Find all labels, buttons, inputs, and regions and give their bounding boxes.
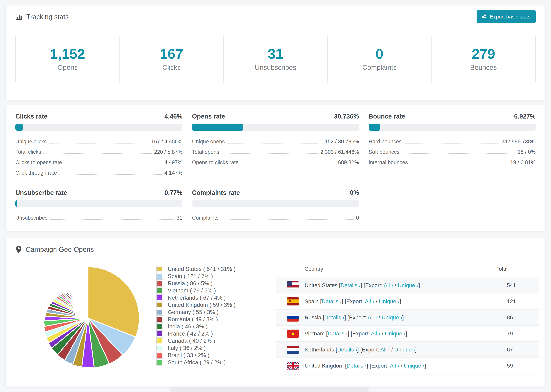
country-cell: Vietnam [Details ›] [Export: All › / Uni… (304, 330, 496, 337)
legend-label: United Kingdom ( 59 / 3% ) (168, 302, 235, 308)
legend-swatch (156, 352, 163, 359)
stat-value: 167 (120, 47, 224, 61)
stats-summary-strip: 1,152 Opens 167 Clicks 31 Unsubscribes 0… (15, 35, 536, 83)
country-flag-icon (287, 281, 299, 289)
country-cell: United States [Details ›] [Export: All ›… (304, 282, 496, 288)
stat-card: 31 Unsubscribes (223, 36, 327, 83)
complaints-rate-value: 0% (350, 189, 359, 196)
dotted-leader (410, 164, 508, 164)
unsubscribe-rate-fill (15, 200, 17, 207)
export-all-link[interactable]: All › (384, 282, 393, 288)
horizontal-scrollbar-thumb[interactable] (171, 387, 368, 392)
tracking-stats-title: Tracking stats (26, 13, 69, 21)
country-flag-icon (287, 297, 299, 305)
dotted-leader (64, 164, 159, 164)
clicks-rate-bar (15, 124, 182, 131)
legend-swatch (156, 337, 163, 344)
rate-detail-row: Total clicks 220 / 5.87% (15, 147, 182, 157)
export-all-link[interactable]: All › (371, 330, 380, 336)
export-unique-link[interactable]: Unique › (395, 347, 415, 353)
rate-detail-row: Unsubscribes 31 (15, 213, 182, 223)
legend-item: Russia ( 86 / 5% ) (156, 280, 276, 287)
legend-item: India ( 46 / 3% ) (156, 323, 276, 330)
opens-rate-title: Opens rate (192, 113, 225, 120)
opens-rate-block: Opens rate 30.736% Unique opens 1,152 / … (192, 113, 359, 178)
rate-detail-row: Complaints 0 (192, 213, 359, 223)
rate-detail-row: Unique clicks 167 / 4.456% (15, 136, 182, 147)
complaints-rate-bar (192, 200, 359, 207)
complaints-rate-block: Complaints rate 0% Complaints 0 (192, 189, 359, 223)
geo-title-row: Campaign Geo Opens (15, 245, 94, 253)
bounce-rate-block: Bounce rate 6.927% Hard bounces 242 / 86… (369, 113, 536, 178)
legend-swatch (156, 294, 163, 301)
legend-item: Germany ( 55 / 3% ) (156, 308, 276, 316)
legend-swatch (156, 316, 163, 323)
legend-item: Netherlands ( 67 / 4% ) (156, 294, 276, 301)
unsubscribe-rate-value: 0.77% (164, 189, 182, 196)
legend-label: Italy ( 36 / 2% ) (168, 345, 206, 351)
stat-label: Complaints (328, 64, 431, 71)
details-link[interactable]: Details › (322, 298, 342, 304)
country-cell: Netherlands [Details ›] [Export: All › /… (304, 347, 496, 353)
geo-table-header: Country Total (276, 261, 539, 277)
details-link[interactable]: Details › (340, 282, 360, 288)
legend-item: France ( 42 / 2% ) (156, 330, 276, 337)
geo-title: Campaign Geo Opens (26, 245, 94, 253)
table-row: United States [Details ›] [Export: All ›… (276, 277, 539, 293)
rate-detail-row: Total opens 2,303 / 61.446% (192, 147, 359, 157)
total-cell: 67 (496, 347, 539, 353)
unsubscribe-rate-bar (15, 200, 182, 207)
country-cell: Russia [Details ›] [Export: All › / Uniq… (304, 314, 496, 321)
stat-label: Bounces (431, 64, 535, 71)
rate-detail-row: Unique opens 1,152 / 30.736% (192, 136, 359, 147)
export-all-link[interactable]: All › (365, 298, 374, 304)
export-unique-link[interactable]: Unique › (385, 330, 406, 336)
legend-label: India ( 46 / 3% ) (168, 323, 208, 330)
total-cell: 79 (496, 330, 539, 337)
export-unique-link[interactable]: Unique › (381, 314, 402, 321)
bounce-rate-title: Bounce rate (369, 113, 405, 120)
opens-rate-value: 30.736% (334, 113, 359, 120)
dotted-leader (49, 143, 149, 143)
legend-label: Romania ( 49 / 3% ) (168, 316, 218, 322)
clicks-rate-title: Clicks rate (15, 113, 47, 120)
bounce-rate-value: 6.927% (514, 113, 536, 120)
export-basic-stats-button[interactable]: Export basic stats (477, 10, 536, 23)
country-flag-icon (287, 329, 299, 338)
legend-swatch (156, 309, 163, 315)
stat-card: 279 Bounces (431, 36, 535, 83)
legend-label: Brazil ( 33 / 2% ) (168, 352, 209, 358)
clicks-rate-value: 4.46% (164, 113, 182, 120)
legend-item: Vietnam ( 79 / 5% ) (156, 287, 276, 294)
legend-swatch (156, 301, 163, 308)
opens-rate-fill (192, 124, 243, 131)
details-link[interactable]: Details › (325, 314, 345, 321)
bottom-fade-overlay (6, 366, 545, 386)
country-cell: Spain [Details ›] [Export: All › / Uniqu… (304, 298, 496, 305)
dotted-leader (402, 154, 515, 154)
export-all-link[interactable]: All › (367, 314, 377, 321)
export-all-link[interactable]: All › (380, 347, 390, 353)
legend-item: United Kingdom ( 59 / 3% ) (156, 301, 276, 308)
table-row: Vietnam [Details ›] [Export: All › / Uni… (276, 325, 539, 341)
export-unique-link[interactable]: Unique › (398, 282, 418, 288)
legend-swatch (156, 359, 163, 366)
rate-detail-row: Clicks to opens rate 14.497% (15, 157, 182, 168)
details-link[interactable]: Details › (337, 347, 357, 353)
legend-label: Canada ( 40 / 2% ) (168, 338, 215, 344)
country-flag-icon (287, 314, 299, 322)
table-row: Netherlands [Details ›] [Export: All › /… (276, 341, 539, 357)
details-link[interactable]: Details › (328, 330, 348, 336)
export-unique-link[interactable]: Unique › (379, 298, 400, 304)
campaign-geo-opens-panel: Campaign Geo Opens United States ( 541 /… (6, 238, 545, 387)
legend-swatch (156, 323, 163, 330)
rates-panel: Clicks rate 4.46% Unique clicks 167 / 4.… (6, 105, 545, 231)
geo-legend: United States ( 541 / 31% ) Spain ( 121 … (156, 261, 276, 366)
legend-swatch (156, 266, 163, 273)
dotted-leader (59, 174, 162, 175)
legend-swatch (156, 287, 163, 294)
dotted-leader (227, 143, 318, 143)
tracking-stats-panel: Tracking stats Export basic stats 1,152 … (6, 5, 545, 100)
geo-pie-chart (6, 261, 156, 372)
dotted-leader (221, 219, 354, 220)
